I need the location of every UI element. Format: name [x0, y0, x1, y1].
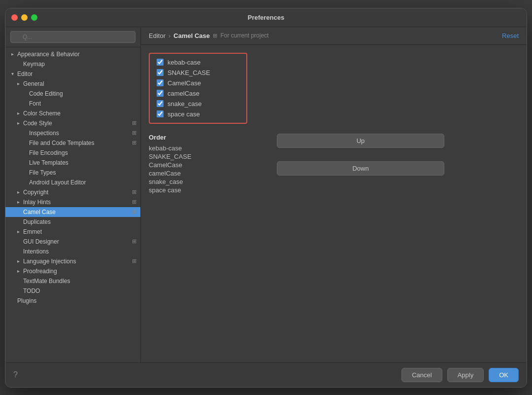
sidebar-item-label: Intentions — [23, 248, 49, 255]
chevron-icon: ▸ — [15, 268, 21, 274]
sidebar-item-general[interactable]: ▸General — [5, 79, 140, 89]
checkbox-camelCase[interactable] — [157, 90, 164, 97]
sidebar-item-file-and-code-templates[interactable]: File and Code Templates⊞ — [5, 138, 140, 148]
order-list-item[interactable]: SNAKE_CASE — [149, 152, 247, 161]
sidebar-item-label: Camel Case — [23, 209, 56, 215]
footer: ? Cancel Apply OK — [5, 362, 527, 387]
sidebar-item-label: General — [23, 80, 44, 87]
sidebar-item-intentions[interactable]: Intentions — [5, 247, 140, 256]
footer-buttons: Cancel Apply OK — [401, 368, 519, 382]
sidebar-item-live-templates[interactable]: Live Templates — [5, 158, 140, 168]
search-input[interactable] — [10, 31, 135, 43]
breadcrumb: Editor › Camel Case ⊞ For current projec… — [149, 32, 268, 39]
checkboxes-section: kebab-caseSNAKE_CASECamelCasecamelCasesn… — [149, 53, 247, 124]
chevron-icon: ▸ — [15, 229, 21, 235]
window-controls — [11, 14, 37, 21]
settings-icon: ⊞ — [132, 120, 136, 126]
checkbox-item: space case — [157, 110, 239, 118]
minimize-button[interactable] — [21, 14, 28, 21]
main-content-area: 🔍 ▸Appearance & BehaviorKeymap▾Editor▸Ge… — [5, 27, 527, 362]
sidebar-item-emmet[interactable]: ▸Emmet — [5, 227, 140, 237]
sidebar-item-plugins[interactable]: Plugins — [5, 296, 140, 306]
main-panel: Editor › Camel Case ⊞ For current projec… — [141, 27, 527, 362]
order-list-item[interactable]: CamelCase — [149, 161, 247, 169]
checkbox-label: snake_case — [167, 100, 201, 108]
sidebar-item-code-editing[interactable]: Code Editing — [5, 89, 140, 99]
panel-header: Editor › Camel Case ⊞ For current projec… — [141, 27, 527, 45]
checkbox-label: CamelCase — [167, 79, 201, 87]
preferences-window: Preferences 🔍 ▸Appearance & BehaviorKeym… — [5, 8, 527, 388]
order-list-item[interactable]: kebab-case — [149, 144, 247, 152]
sidebar-item-label: Proofreading — [23, 268, 57, 275]
sidebar-item-textmate-bundles[interactable]: TextMate Bundles — [5, 276, 140, 286]
window-title: Preferences — [248, 14, 284, 21]
cancel-button[interactable]: Cancel — [401, 368, 442, 382]
close-button[interactable] — [11, 14, 18, 21]
sidebar-item-label: TODO — [23, 287, 40, 294]
sidebar-item-language-injections[interactable]: ▸Language Injections⊞ — [5, 256, 140, 266]
checkbox-label: space case — [167, 110, 200, 118]
sidebar-item-inlay-hints[interactable]: ▸Inlay Hints⊞ — [5, 197, 140, 207]
ok-button[interactable]: OK — [489, 368, 519, 382]
sidebar-item-label: Duplicates — [23, 218, 51, 225]
maximize-button[interactable] — [31, 14, 37, 21]
order-list-item[interactable]: camelCase — [149, 169, 247, 178]
sidebar-item-label: Color Scheme — [23, 110, 61, 117]
sidebar-item-label: File Types — [29, 169, 56, 176]
sidebar-item-android-layout-editor[interactable]: Android Layout Editor — [5, 178, 140, 187]
sidebar-item-camel-case[interactable]: Camel Case⊞ — [5, 207, 140, 217]
checkbox-item: SNAKE_CASE — [157, 69, 239, 76]
sidebar-item-label: File Encodings — [29, 149, 68, 156]
chevron-icon: ▸ — [15, 120, 21, 126]
sidebar-item-color-scheme[interactable]: ▸Color Scheme — [5, 108, 140, 118]
sidebar-item-todo[interactable]: TODO — [5, 286, 140, 296]
sidebar-item-appearance-behavior[interactable]: ▸Appearance & Behavior — [5, 49, 140, 59]
sidebar-item-editor[interactable]: ▾Editor — [5, 69, 140, 79]
sidebar-item-label: Code Editing — [29, 90, 63, 97]
order-buttons-col: Up Down — [257, 134, 519, 194]
checkbox-kebab-case[interactable] — [157, 59, 164, 66]
checkbox-item: kebab-case — [157, 59, 239, 66]
breadcrumb-separator: › — [168, 32, 170, 39]
sidebar-item-duplicates[interactable]: Duplicates — [5, 217, 140, 227]
chevron-icon: ▸ — [15, 258, 21, 264]
checkbox-label: kebab-case — [167, 59, 200, 66]
order-title: Order — [149, 134, 247, 141]
sidebar-item-keymap[interactable]: Keymap — [5, 59, 140, 69]
settings-icon: ⊞ — [132, 140, 136, 146]
up-button[interactable]: Up — [277, 134, 444, 148]
checkbox-CamelCase[interactable] — [157, 79, 164, 86]
checkbox-space-case[interactable] — [157, 110, 164, 117]
sidebar-item-label: Inspections — [29, 130, 59, 137]
breadcrumb-current: Camel Case — [173, 32, 210, 39]
order-list-item[interactable]: snake_case — [149, 178, 247, 186]
sidebar-item-label: Language Injections — [23, 258, 76, 265]
sidebar-item-label: Emmet — [23, 228, 42, 235]
chevron-icon: ▸ — [15, 199, 21, 205]
sidebar-item-label: File and Code Templates — [29, 140, 95, 146]
sidebar-item-code-style[interactable]: ▸Code Style⊞ — [5, 118, 140, 128]
checkbox-SNAKE_CASE[interactable] — [157, 69, 164, 76]
sidebar-item-label: TextMate Bundles — [23, 278, 70, 285]
sidebar-item-gui-designer[interactable]: GUI Designer⊞ — [5, 237, 140, 247]
help-button[interactable]: ? — [13, 370, 18, 379]
sidebar-item-copyright[interactable]: ▸Copyright⊞ — [5, 187, 140, 197]
down-button[interactable]: Down — [277, 161, 444, 176]
sidebar-item-file-encodings[interactable]: File Encodings — [5, 148, 140, 158]
sidebar-item-font[interactable]: Font — [5, 99, 140, 108]
sidebar-item-label: Copyright — [23, 189, 48, 196]
sidebar-item-inspections[interactable]: Inspections⊞ — [5, 128, 140, 138]
titlebar: Preferences — [5, 8, 527, 27]
apply-button[interactable]: Apply — [447, 368, 484, 382]
sidebar-item-proofreading[interactable]: ▸Proofreading — [5, 266, 140, 276]
sidebar-item-label: Keymap — [23, 61, 45, 68]
sidebar: 🔍 ▸Appearance & BehaviorKeymap▾Editor▸Ge… — [5, 27, 141, 362]
chevron-icon: ▸ — [15, 189, 21, 195]
reset-button[interactable]: Reset — [502, 32, 519, 39]
sidebar-item-label: Font — [29, 100, 41, 107]
checkbox-snake_case[interactable] — [157, 100, 164, 107]
checkbox-label: SNAKE_CASE — [167, 69, 210, 76]
sidebar-item-file-types[interactable]: File Types — [5, 168, 140, 178]
checkbox-label: camelCase — [167, 90, 200, 97]
order-list-item[interactable]: space case — [149, 186, 247, 194]
